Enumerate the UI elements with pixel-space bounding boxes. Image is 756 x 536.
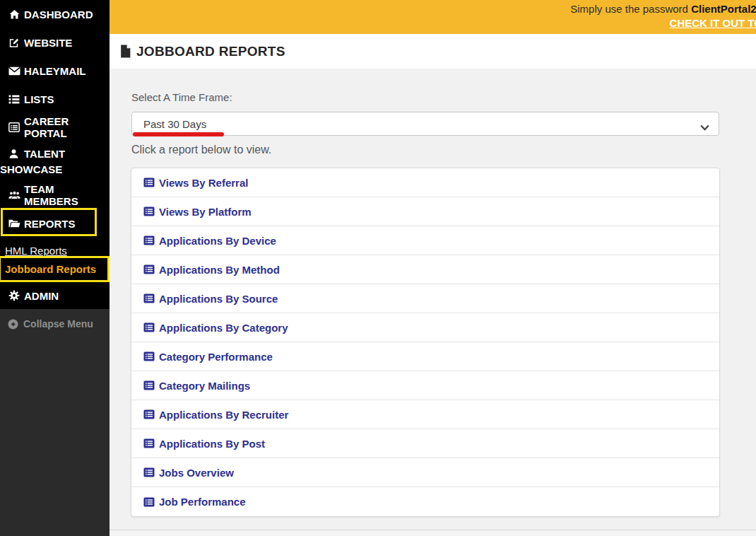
sidebar-item-reports[interactable]: REPORTS (0, 209, 110, 238)
report-list-alt-icon (143, 264, 155, 274)
list-alt-icon (8, 122, 20, 132)
report-link[interactable]: Applications By Post (131, 429, 719, 458)
report-link-label: Category Performance (159, 351, 273, 363)
folder-open-icon (8, 219, 20, 228)
report-link-label: Applications By Device (159, 235, 276, 247)
sidebar-item-career-portal[interactable]: CAREER PORTAL (0, 113, 110, 141)
report-link-label: Applications By Post (159, 438, 265, 450)
report-list-alt-icon (143, 351, 155, 361)
report-link-label: Views By Platform (159, 206, 252, 218)
report-link[interactable]: Category Mailings (131, 371, 719, 400)
sidebar-item-website[interactable]: WEBSITE (0, 28, 110, 57)
report-link-label: Applications By Recruiter (159, 409, 288, 421)
chevron-down-icon (700, 121, 709, 134)
page-header: JOBBOARD REPORTS (110, 34, 756, 69)
page-title: JOBBOARD REPORTS (136, 44, 285, 59)
report-link-label: Jobs Overview (159, 467, 234, 479)
promo-message: Simply use the password ClientPortal20 (570, 2, 756, 16)
report-link-label: Applications By Category (159, 322, 288, 334)
report-link[interactable]: Jobs Overview (131, 458, 719, 487)
sidebar-subitem-jobboard-reports[interactable]: Jobboard Reports (0, 260, 110, 279)
sidebar-item-label: TEAM MEMBERS (24, 183, 110, 207)
sidebar-subitem-label: HML Reports (5, 245, 67, 257)
report-list-alt-icon (143, 409, 155, 419)
users-icon (8, 190, 20, 200)
sidebar-item-haleymail[interactable]: HALEYMAIL (0, 57, 110, 85)
report-list-alt-icon (143, 206, 155, 216)
sidebar-item-label: REPORTS (24, 218, 76, 230)
collapse-menu-label: Collapse Menu (23, 318, 93, 330)
sidebar-footer: Collapse Menu (0, 309, 110, 536)
report-list-alt-icon (143, 293, 155, 303)
report-link[interactable]: Applications By Method (131, 255, 719, 284)
time-frame-selected-value: Past 30 Days (143, 118, 206, 130)
sidebar-item-talent-showcase[interactable]: TALENT SHOWCASE (0, 141, 110, 181)
sidebar-item-team-members[interactable]: TEAM MEMBERS (0, 181, 110, 209)
sidebar-subitem-label: Jobboard Reports (5, 263, 96, 275)
sidebar-menu: DASHBOARD WEBSITE HALEYMAIL LISTS (0, 0, 110, 309)
envelope-icon (8, 66, 20, 76)
report-list-alt-icon (143, 497, 155, 507)
report-link[interactable]: Applications By Recruiter (131, 400, 719, 429)
sidebar-item-label: ADMIN (24, 290, 59, 302)
report-list-alt-icon (143, 438, 155, 448)
sidebar-item-lists[interactable]: LISTS (0, 85, 110, 113)
file-icon (120, 45, 131, 58)
report-link[interactable]: Applications By Device (131, 226, 719, 255)
report-list: Views By Referral Views By Platform Appl… (131, 168, 720, 517)
report-link[interactable]: Job Performance (131, 487, 719, 516)
sidebar-item-label: DASHBOARD (24, 8, 93, 21)
report-list-alt-icon (143, 235, 155, 245)
footer-area (110, 530, 756, 536)
user-icon (8, 148, 20, 163)
sidebar-item-label: CAREER PORTAL (24, 115, 110, 139)
list-icon (8, 95, 20, 104)
report-link-label: Views By Referral (159, 177, 248, 189)
instruction-text: Click a report below to view. (131, 144, 271, 156)
sidebar-item-admin[interactable]: ADMIN (0, 281, 110, 310)
report-link-label: Applications By Method (159, 264, 280, 276)
arrow-circle-left-icon (8, 319, 18, 330)
sidebar-item-label: LISTS (24, 93, 54, 105)
red-underline-annotation (133, 132, 224, 136)
report-list-alt-icon (143, 322, 155, 332)
main-content: Select A Time Frame: Past 30 Days Click … (110, 69, 756, 536)
sidebar-item-label: HALEYMAIL (24, 65, 86, 77)
collapse-menu-button[interactable]: Collapse Menu (0, 309, 110, 330)
page: DASHBOARD WEBSITE HALEYMAIL LISTS (0, 0, 756, 536)
report-link-label: Applications By Source (159, 293, 278, 305)
time-frame-label: Select A Time Frame: (131, 91, 232, 103)
report-list-alt-icon (143, 467, 155, 477)
report-list-alt-icon (143, 177, 155, 187)
edit-icon (8, 37, 20, 48)
sidebar-item-label: WEBSITE (24, 37, 72, 49)
promo-banner: Simply use the password ClientPortal20 C… (110, 0, 756, 34)
report-link[interactable]: Category Performance (131, 342, 719, 371)
report-link-label: Job Performance (159, 496, 246, 508)
sidebar: DASHBOARD WEBSITE HALEYMAIL LISTS (0, 0, 110, 536)
promo-password: ClientPortal20 (691, 3, 756, 15)
home-icon (8, 9, 20, 20)
report-list-alt-icon (143, 380, 155, 390)
check-it-out-link[interactable]: CHECK IT OUT TO (670, 16, 756, 30)
sidebar-subitem-hml-reports[interactable]: HML Reports (0, 241, 110, 260)
sidebar-item-dashboard[interactable]: DASHBOARD (0, 0, 110, 28)
promo-banner-text: Simply use the password ClientPortal20 C… (570, 2, 756, 30)
report-link[interactable]: Applications By Source (131, 284, 719, 313)
report-link[interactable]: Applications By Category (131, 313, 719, 342)
report-link-label: Category Mailings (159, 380, 250, 392)
gear-icon (8, 290, 20, 301)
report-link[interactable]: Views By Referral (131, 168, 719, 197)
report-link[interactable]: Views By Platform (131, 197, 719, 226)
